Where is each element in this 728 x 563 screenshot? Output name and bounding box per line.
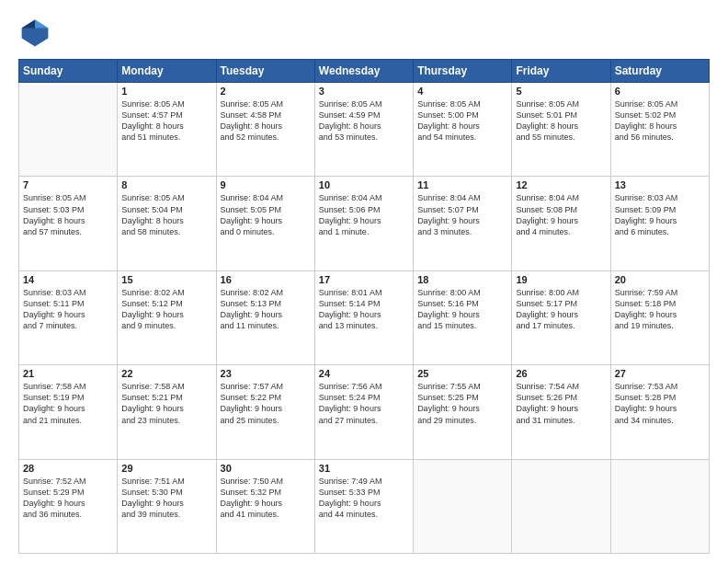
day-info: Sunrise: 8:05 AM Sunset: 4:57 PM Dayligh… <box>121 98 211 144</box>
day-info: Sunrise: 8:00 AM Sunset: 5:16 PM Dayligh… <box>417 287 507 332</box>
calendar-cell: 31Sunrise: 7:49 AM Sunset: 5:33 PM Dayli… <box>314 459 413 553</box>
day-info: Sunrise: 8:05 AM Sunset: 5:02 PM Dayligh… <box>615 98 705 144</box>
day-info: Sunrise: 8:01 AM Sunset: 5:14 PM Dayligh… <box>319 287 409 332</box>
calendar-cell: 15Sunrise: 8:02 AM Sunset: 5:12 PM Dayli… <box>118 270 216 364</box>
day-info: Sunrise: 8:02 AM Sunset: 5:12 PM Dayligh… <box>121 287 211 332</box>
weekday-header-tuesday: Tuesday <box>216 60 314 83</box>
day-info: Sunrise: 8:05 AM Sunset: 5:01 PM Dayligh… <box>516 98 606 144</box>
calendar-week-3: 14Sunrise: 8:03 AM Sunset: 5:11 PM Dayli… <box>19 270 710 364</box>
day-number: 20 <box>615 274 705 285</box>
weekday-header-saturday: Saturday <box>610 60 709 83</box>
day-info: Sunrise: 8:05 AM Sunset: 5:03 PM Dayligh… <box>23 192 113 237</box>
day-number: 14 <box>23 274 113 285</box>
calendar-cell: 5Sunrise: 8:05 AM Sunset: 5:01 PM Daylig… <box>512 83 610 177</box>
day-info: Sunrise: 8:02 AM Sunset: 5:13 PM Dayligh… <box>221 287 311 332</box>
calendar-cell: 1Sunrise: 8:05 AM Sunset: 4:57 PM Daylig… <box>118 83 216 177</box>
svg-marker-2 <box>22 20 35 29</box>
day-number: 13 <box>615 179 705 190</box>
day-number: 10 <box>319 179 409 190</box>
day-number: 5 <box>516 86 606 97</box>
page: SundayMondayTuesdayWednesdayThursdayFrid… <box>0 0 728 563</box>
day-number: 19 <box>516 274 606 285</box>
day-info: Sunrise: 7:58 AM Sunset: 5:21 PM Dayligh… <box>121 381 211 426</box>
day-info: Sunrise: 7:51 AM Sunset: 5:30 PM Dayligh… <box>121 476 211 521</box>
day-number: 15 <box>121 274 211 285</box>
day-info: Sunrise: 7:52 AM Sunset: 5:29 PM Dayligh… <box>23 476 113 521</box>
calendar-cell: 25Sunrise: 7:55 AM Sunset: 5:25 PM Dayli… <box>414 365 512 459</box>
calendar-cell: 30Sunrise: 7:50 AM Sunset: 5:32 PM Dayli… <box>216 459 314 553</box>
day-number: 16 <box>221 274 311 285</box>
calendar-cell: 14Sunrise: 8:03 AM Sunset: 5:11 PM Dayli… <box>19 270 118 364</box>
day-number: 17 <box>319 274 409 285</box>
day-number: 7 <box>23 179 113 190</box>
calendar-cell: 18Sunrise: 8:00 AM Sunset: 5:16 PM Dayli… <box>414 270 512 364</box>
calendar-cell: 11Sunrise: 8:04 AM Sunset: 5:07 PM Dayli… <box>414 177 512 270</box>
calendar-week-2: 7Sunrise: 8:05 AM Sunset: 5:03 PM Daylig… <box>19 177 710 270</box>
calendar-cell: 3Sunrise: 8:05 AM Sunset: 4:59 PM Daylig… <box>314 83 413 177</box>
calendar-cell <box>19 83 118 177</box>
day-number: 31 <box>319 463 409 474</box>
calendar-cell: 2Sunrise: 8:05 AM Sunset: 4:58 PM Daylig… <box>216 83 314 177</box>
day-number: 28 <box>23 463 113 474</box>
calendar-cell <box>610 459 709 553</box>
logo-icon <box>18 17 51 50</box>
day-info: Sunrise: 7:53 AM Sunset: 5:28 PM Dayligh… <box>615 381 705 426</box>
day-number: 6 <box>615 86 705 97</box>
calendar-cell: 4Sunrise: 8:05 AM Sunset: 5:00 PM Daylig… <box>414 83 512 177</box>
calendar-cell: 10Sunrise: 8:04 AM Sunset: 5:06 PM Dayli… <box>314 177 413 270</box>
calendar-cell: 9Sunrise: 8:04 AM Sunset: 5:05 PM Daylig… <box>216 177 314 270</box>
calendar-cell <box>512 459 610 553</box>
calendar-cell: 21Sunrise: 7:58 AM Sunset: 5:19 PM Dayli… <box>19 365 118 459</box>
day-info: Sunrise: 7:59 AM Sunset: 5:18 PM Dayligh… <box>615 287 705 332</box>
day-info: Sunrise: 8:04 AM Sunset: 5:07 PM Dayligh… <box>417 192 507 237</box>
day-info: Sunrise: 8:04 AM Sunset: 5:08 PM Dayligh… <box>516 192 606 237</box>
day-info: Sunrise: 8:00 AM Sunset: 5:17 PM Dayligh… <box>516 287 606 332</box>
logo <box>18 17 55 50</box>
calendar-cell: 17Sunrise: 8:01 AM Sunset: 5:14 PM Dayli… <box>314 270 413 364</box>
weekday-header-sunday: Sunday <box>19 60 118 83</box>
weekday-header-friday: Friday <box>512 60 610 83</box>
day-number: 23 <box>221 368 311 379</box>
day-number: 30 <box>221 463 311 474</box>
svg-marker-1 <box>35 20 48 29</box>
day-number: 21 <box>23 368 113 379</box>
day-number: 12 <box>516 179 606 190</box>
day-number: 22 <box>121 368 211 379</box>
day-number: 29 <box>121 463 211 474</box>
calendar-cell: 7Sunrise: 8:05 AM Sunset: 5:03 PM Daylig… <box>19 177 118 270</box>
header <box>18 17 710 50</box>
calendar-cell: 29Sunrise: 7:51 AM Sunset: 5:30 PM Dayli… <box>118 459 216 553</box>
day-number: 18 <box>417 274 507 285</box>
day-info: Sunrise: 7:50 AM Sunset: 5:32 PM Dayligh… <box>221 476 311 521</box>
day-info: Sunrise: 7:58 AM Sunset: 5:19 PM Dayligh… <box>23 381 113 426</box>
calendar-cell: 27Sunrise: 7:53 AM Sunset: 5:28 PM Dayli… <box>610 365 709 459</box>
day-info: Sunrise: 8:03 AM Sunset: 5:11 PM Dayligh… <box>23 287 113 332</box>
day-info: Sunrise: 8:05 AM Sunset: 5:00 PM Dayligh… <box>417 98 507 144</box>
calendar-cell: 6Sunrise: 8:05 AM Sunset: 5:02 PM Daylig… <box>610 83 709 177</box>
day-number: 11 <box>417 179 507 190</box>
day-number: 8 <box>121 179 211 190</box>
calendar-week-5: 28Sunrise: 7:52 AM Sunset: 5:29 PM Dayli… <box>19 459 710 553</box>
day-info: Sunrise: 8:05 AM Sunset: 4:58 PM Dayligh… <box>221 98 311 144</box>
calendar-week-4: 21Sunrise: 7:58 AM Sunset: 5:19 PM Dayli… <box>19 365 710 459</box>
weekday-header-wednesday: Wednesday <box>314 60 413 83</box>
calendar-cell: 20Sunrise: 7:59 AM Sunset: 5:18 PM Dayli… <box>610 270 709 364</box>
day-number: 2 <box>221 86 311 97</box>
calendar-cell: 24Sunrise: 7:56 AM Sunset: 5:24 PM Dayli… <box>314 365 413 459</box>
day-info: Sunrise: 7:57 AM Sunset: 5:22 PM Dayligh… <box>221 381 311 426</box>
calendar-cell: 23Sunrise: 7:57 AM Sunset: 5:22 PM Dayli… <box>216 365 314 459</box>
calendar-cell: 22Sunrise: 7:58 AM Sunset: 5:21 PM Dayli… <box>118 365 216 459</box>
day-number: 9 <box>221 179 311 190</box>
day-number: 26 <box>516 368 606 379</box>
weekday-header-monday: Monday <box>118 60 216 83</box>
day-number: 4 <box>417 86 507 97</box>
calendar-cell: 8Sunrise: 8:05 AM Sunset: 5:04 PM Daylig… <box>118 177 216 270</box>
day-number: 27 <box>615 368 705 379</box>
day-number: 1 <box>121 86 211 97</box>
day-info: Sunrise: 8:05 AM Sunset: 5:04 PM Dayligh… <box>121 192 211 237</box>
calendar-week-1: 1Sunrise: 8:05 AM Sunset: 4:57 PM Daylig… <box>19 83 710 177</box>
calendar-cell: 12Sunrise: 8:04 AM Sunset: 5:08 PM Dayli… <box>512 177 610 270</box>
day-info: Sunrise: 8:05 AM Sunset: 4:59 PM Dayligh… <box>319 98 409 144</box>
weekday-header-thursday: Thursday <box>414 60 512 83</box>
weekday-header-row: SundayMondayTuesdayWednesdayThursdayFrid… <box>19 60 710 83</box>
